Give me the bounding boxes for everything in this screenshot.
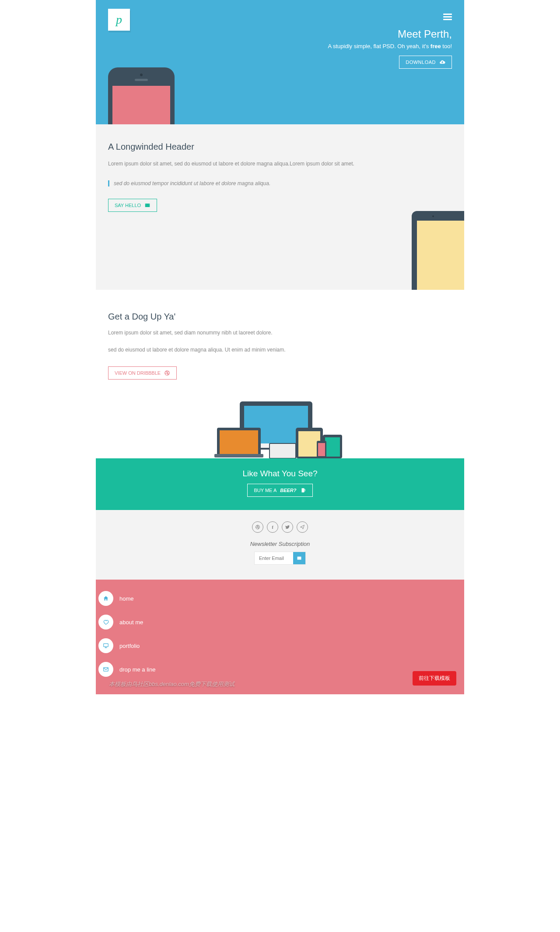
section1-body: Lorem ipsum dolor sit amet, sed do eiusm… [108,160,452,168]
cta-section: Like What You See? BUY ME A BEER? [96,458,464,510]
newsletter-email-input[interactable] [255,552,293,564]
envelope-icon [297,556,302,561]
section1-title: A Longwinded Header [108,142,452,152]
send-social-icon[interactable] [297,521,308,533]
section2-title: Get a Dog Up Ya' [108,312,452,322]
download-template-button[interactable]: 前往下载模板 [413,671,456,686]
svg-rect-5 [220,430,258,456]
newsletter-label: Newsletter Subscription [96,541,464,547]
newsletter-submit-button[interactable] [293,552,305,564]
phone-screen [112,86,170,124]
footer-nav: home about me portfolio drop me a line 本… [96,580,464,694]
facebook-social-icon[interactable]: f [267,521,278,533]
hero-section: p Meet Perth, A stupidly simple, flat PS… [96,0,464,124]
say-hello-button[interactable]: SAY HELLO [108,199,157,212]
section-longwinded: A Longwinded Header Lorem ipsum dolor si… [96,124,464,290]
nav-item-label: portfolio [119,643,140,649]
logo[interactable]: p [108,9,130,31]
nav-item-label: about me [119,619,143,626]
section2-body2: sed do eiusmod ut labore et dolore magna… [108,346,452,354]
hero-subtitle: A stupidly simple, flat PSD. Oh yeah, it… [328,43,452,49]
social-row: f [96,521,464,533]
devices-illustration [108,397,452,458]
hero-copy: Meet Perth, A stupidly simple, flat PSD.… [328,28,452,69]
tablet-screen [417,221,464,290]
envelope-icon [144,202,150,208]
dribbble-social-icon[interactable] [252,521,263,533]
section-dog: Get a Dog Up Ya' Lorem ipsum dolor sit a… [96,290,464,458]
newsletter-box [254,552,306,565]
buy-beer-button[interactable]: BUY ME A BEER? [247,484,312,497]
view-dribbble-button[interactable]: VIEW ON DRIBBBLE [108,366,177,380]
tablet-illustration [412,211,464,290]
cloud-download-icon [439,59,445,65]
logo-letter: p [116,13,122,27]
cta-title: Like What You See? [96,469,464,478]
hero-title: Meet Perth, [328,28,452,40]
phone-illustration [108,67,175,124]
nav-item-contact[interactable]: drop me a line [96,658,464,681]
nav-item-portfolio[interactable]: portfolio [96,634,464,658]
download-button[interactable]: DOWNLOAD [399,56,452,69]
beer-icon [300,487,306,493]
svg-rect-13 [270,443,296,458]
dribbble-icon [164,370,170,376]
heart-icon [98,615,113,630]
footer-subscribe: f Newsletter Subscription [96,510,464,580]
menu-icon[interactable] [443,12,452,21]
watermark-text: 本模板由鸟社区bbs.denlao.com免费下载使用测试 [109,680,234,688]
svg-rect-15 [104,644,108,647]
home-icon [98,591,113,606]
section2-body1: Lorem ipsum dolor sit amet, sed diam non… [108,329,452,337]
nav-item-label: home [119,595,134,602]
svg-rect-6 [214,454,263,457]
envelope-icon [98,662,113,677]
twitter-social-icon[interactable] [282,521,293,533]
svg-rect-12 [318,443,325,456]
nav-item-home[interactable]: home [96,587,464,610]
desktop-icon [98,638,113,653]
svg-rect-10 [325,437,340,457]
section1-quote: sed do eiusmod tempor incididunt ut labo… [108,180,452,186]
nav-item-label: drop me a line [119,666,155,673]
nav-item-about[interactable]: about me [96,610,464,634]
